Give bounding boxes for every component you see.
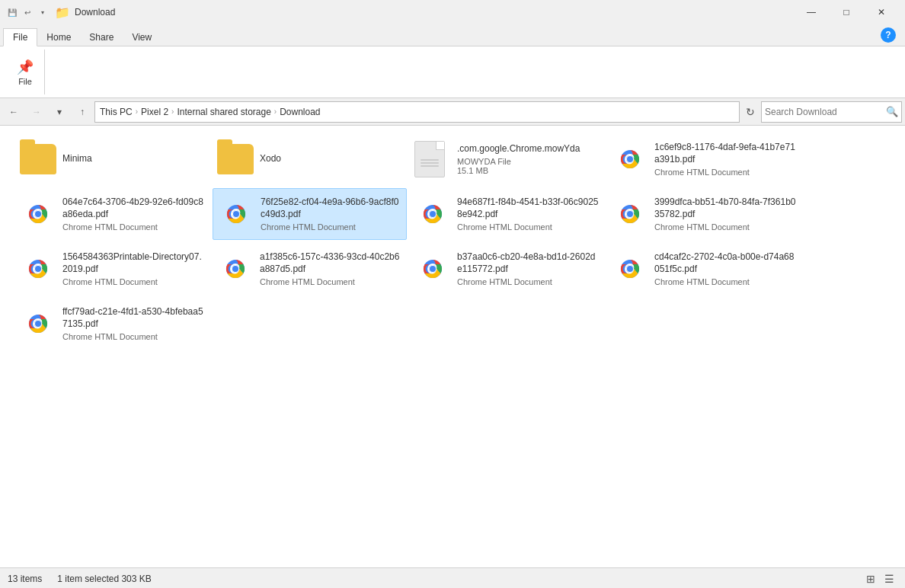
ribbon-group-clipboard: 📌 File [6, 50, 45, 94]
item-count: 13 items [8, 574, 42, 584]
tab-view[interactable]: View [123, 29, 161, 46]
svg-point-34 [232, 266, 238, 272]
file-info: Xodo [260, 153, 402, 165]
list-item[interactable]: Minima [15, 133, 209, 185]
list-item[interactable]: cd4caf2c-2702-4c0a-b00e-d74a68051f5c.pdf… [607, 243, 801, 295]
tab-file[interactable]: File [3, 28, 37, 46]
file-info: a1f385c6-157c-4336-93cd-40c2b6a887d5.pdf… [260, 251, 402, 286]
file-type: Chrome HTML Document [62, 332, 205, 341]
undo-icon[interactable]: ↩ [21, 6, 34, 18]
file-info: ffcf79ad-c21e-4fd1-a530-4bfebaa57135.pdf… [62, 306, 205, 340]
tab-share[interactable]: Share [80, 29, 123, 46]
status-bar: 13 items 1 item selected 303 KB ⊞ ☰ [0, 567, 905, 588]
file-info: 3999dfca-bb51-4b70-84fa-7f361b035782.pdf… [654, 197, 797, 231]
file-type: Chrome HTML Document [654, 277, 797, 286]
folder-icon: 📁 [55, 5, 70, 20]
file-grid: Minima Xodo .com.google.Chrome.mowYdaMOW… [0, 126, 905, 567]
svg-point-4 [627, 156, 633, 162]
pin-icon: 📌 [17, 59, 34, 75]
help-icon[interactable]: ? [881, 27, 896, 43]
maximize-button[interactable]: □ [829, 0, 864, 24]
list-item[interactable]: ffcf79ad-c21e-4fd1-a530-4bfebaa57135.pdf… [15, 298, 209, 350]
chrome-icon [414, 251, 451, 287]
chrome-icon [217, 251, 254, 287]
recent-locations-button[interactable]: ▾ [49, 101, 70, 123]
title-bar-quick-access: 💾 ↩ ▾ [6, 6, 49, 18]
minimize-button[interactable]: — [794, 0, 829, 24]
svg-point-39 [430, 266, 436, 272]
tab-home[interactable]: Home [37, 29, 80, 46]
file-name: ffcf79ad-c21e-4fd1-a530-4bfebaa57135.pdf [62, 306, 205, 330]
ribbon-tabs: File Home Share View ? [0, 24, 905, 46]
list-item[interactable]: .com.google.Chrome.mowYdaMOWYDA File15.1… [410, 133, 604, 185]
svg-point-44 [627, 266, 633, 272]
list-view-button[interactable]: ☰ [881, 571, 897, 586]
list-item[interactable]: 1c6ef9c8-1176-4daf-9efa-41b7e71a391b.pdf… [607, 133, 801, 185]
file-size: 15.1 MB [457, 166, 600, 175]
svg-point-29 [35, 266, 41, 272]
list-item[interactable]: b37aa0c6-cb20-4e8a-bd1d-2602de115772.pdf… [410, 243, 604, 295]
file-type: Chrome HTML Document [260, 277, 402, 286]
title-bar: 💾 ↩ ▾ 📁 Download — □ ✕ [0, 0, 905, 24]
search-input[interactable] [765, 107, 886, 117]
file-type: MOWYDA File [457, 157, 600, 166]
file-type: Chrome HTML Document [457, 222, 600, 232]
window-title: Download [75, 7, 794, 18]
up-button[interactable]: ↑ [72, 101, 93, 123]
file-name: 94e687f1-f84b-4541-b33f-06c90258e942.pdf [457, 197, 600, 220]
file-info: b37aa0c6-cb20-4e8a-bd1d-2602de115772.pdf… [457, 251, 600, 286]
file-info: 064e7c64-3706-4b29-92e6-fd09c8a86eda.pdf… [62, 197, 205, 231]
customize-icon[interactable]: ▾ [37, 6, 49, 18]
search-box[interactable]: 🔍 [761, 101, 902, 123]
main-content: Minima Xodo .com.google.Chrome.mowYdaMOW… [0, 126, 905, 567]
list-item[interactable]: Xodo [213, 133, 407, 185]
pin-btn[interactable]: 📌 File [12, 57, 38, 88]
list-item[interactable]: 94e687f1-f84b-4541-b33f-06c90258e942.pdf… [410, 188, 604, 240]
file-info: .com.google.Chrome.mowYdaMOWYDA File15.1… [457, 143, 600, 175]
list-item[interactable]: 064e7c64-3706-4b29-92e6-fd09c8a86eda.pdf… [15, 188, 209, 240]
breadcrumb-internal[interactable]: Internal shared storage [177, 107, 270, 117]
file-name: a1f385c6-157c-4336-93cd-40c2b6a887d5.pdf [260, 251, 402, 275]
file-type: Chrome HTML Document [654, 222, 797, 232]
selected-info: 1 item selected 303 KB [57, 574, 151, 584]
file-info: cd4caf2c-2702-4c0a-b00e-d74a68051f5c.pdf… [654, 251, 797, 286]
breadcrumb-pixel2[interactable]: Pixel 2 [141, 107, 168, 117]
save-icon[interactable]: 💾 [6, 6, 18, 18]
view-controls: ⊞ ☰ [863, 571, 897, 586]
file-name: 3999dfca-bb51-4b70-84fa-7f361b035782.pdf [654, 197, 797, 220]
file-name: 76f25e82-cf04-4e9a-96b6-9acf8f0c49d3.pdf [261, 197, 401, 220]
list-item[interactable]: 3999dfca-bb51-4b70-84fa-7f361b035782.pdf… [607, 188, 801, 240]
breadcrumb-download[interactable]: Download [280, 107, 320, 117]
close-button[interactable]: ✕ [864, 0, 899, 24]
file-name: Xodo [260, 153, 402, 165]
file-info: 1564584363Printable-Directory07.2019.pdf… [62, 251, 205, 286]
file-name: 1564584363Printable-Directory07.2019.pdf [62, 251, 205, 275]
file-info: Minima [62, 153, 205, 165]
window-controls: — □ ✕ [794, 0, 899, 24]
address-bar[interactable]: This PC › Pixel 2 › Internal shared stor… [94, 101, 740, 123]
file-type: Chrome HTML Document [457, 277, 600, 286]
forward-button[interactable]: → [26, 101, 47, 123]
ribbon: File Home Share View ? [0, 24, 905, 46]
chrome-icon [218, 196, 254, 232]
grid-view-button[interactable]: ⊞ [863, 571, 878, 586]
file-info: 1c6ef9c8-1176-4daf-9efa-41b7e71a391b.pdf… [654, 142, 797, 176]
chrome-icon [20, 251, 56, 287]
svg-point-19 [430, 211, 436, 217]
list-item[interactable]: 76f25e82-cf04-4e9a-96b6-9acf8f0c49d3.pdf… [213, 188, 407, 240]
folder-icon [20, 141, 56, 177]
file-name: .com.google.Chrome.mowYda [457, 143, 600, 155]
list-item[interactable]: a1f385c6-157c-4336-93cd-40c2b6a887d5.pdf… [213, 243, 407, 295]
file-type: Chrome HTML Document [62, 222, 205, 232]
back-button[interactable]: ← [3, 101, 24, 123]
ribbon-content: 📌 File [0, 46, 905, 98]
chrome-icon [612, 251, 648, 287]
list-item[interactable]: 1564584363Printable-Directory07.2019.pdf… [15, 243, 209, 295]
refresh-button[interactable]: ↻ [741, 103, 759, 121]
file-type: Chrome HTML Document [62, 277, 205, 286]
breadcrumb-this-pc[interactable]: This PC [100, 107, 133, 117]
file-type: Chrome HTML Document [654, 168, 797, 177]
svg-point-24 [627, 211, 633, 217]
chrome-icon [20, 305, 56, 342]
svg-point-9 [35, 211, 41, 217]
